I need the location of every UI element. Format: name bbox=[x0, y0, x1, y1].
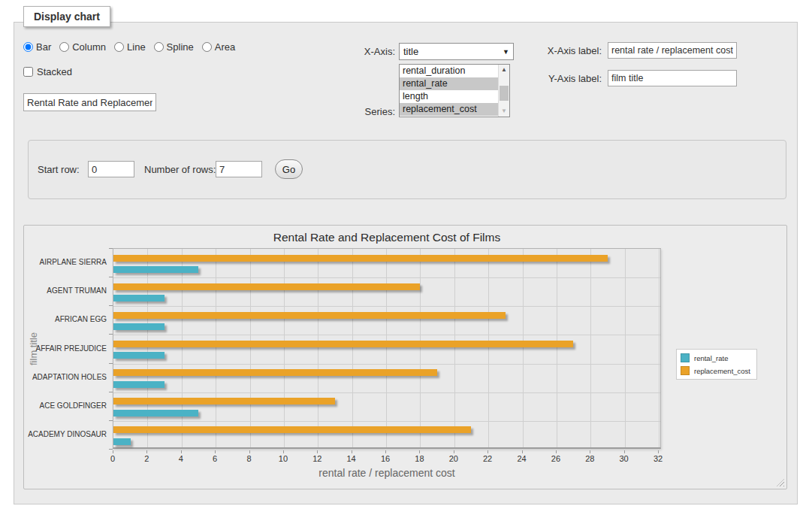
bar-replacement_cost bbox=[113, 341, 573, 347]
x-axis-tick bbox=[556, 450, 557, 453]
radio-label: Area bbox=[215, 41, 235, 53]
series-option-rental-rate[interactable]: rental_rate bbox=[400, 77, 498, 90]
x-axis-tick bbox=[283, 450, 284, 453]
x-tick-label: 2 bbox=[131, 454, 161, 463]
start-row-label: Start row: bbox=[38, 164, 86, 175]
x-tick-label: 32 bbox=[643, 454, 673, 463]
x-axis-tick bbox=[522, 450, 523, 453]
resize-handle-icon[interactable] bbox=[777, 479, 784, 486]
series-option-rental-duration[interactable]: rental_duration bbox=[400, 65, 498, 77]
fieldset-legend: Display chart bbox=[23, 6, 110, 27]
bar-rental_rate bbox=[113, 295, 165, 301]
x-axis-tick bbox=[624, 450, 625, 453]
x-tick-label: 26 bbox=[541, 454, 571, 463]
y-axis-label-input[interactable] bbox=[608, 70, 737, 86]
start-row-input[interactable] bbox=[88, 161, 134, 177]
bar-replacement_cost bbox=[113, 283, 420, 290]
bar-rental_rate bbox=[113, 410, 198, 417]
category-label: ADAPTATION HOLES bbox=[24, 373, 107, 381]
x-tick-label: 30 bbox=[609, 454, 639, 463]
chevron-down-icon: ▼ bbox=[503, 48, 509, 56]
x-tick-label: 16 bbox=[370, 454, 400, 463]
x-axis-tick bbox=[385, 450, 386, 453]
x-tick-label: 8 bbox=[234, 454, 264, 463]
radio-label: Column bbox=[72, 41, 106, 53]
x-tick-label: 14 bbox=[337, 454, 367, 463]
radio-option-bar[interactable]: Bar bbox=[23, 41, 51, 53]
stacked-option[interactable]: Stacked bbox=[23, 66, 72, 77]
y-axis-tick bbox=[109, 305, 113, 306]
bar-rental_rate bbox=[113, 352, 165, 359]
series-list-label: Series: bbox=[328, 106, 395, 117]
grid-line-x bbox=[590, 249, 591, 447]
radio-label: Bar bbox=[36, 41, 51, 53]
x-axis-select[interactable]: title ▼ bbox=[399, 43, 514, 60]
category-label: AIRPLANE SIERRA bbox=[24, 258, 107, 266]
category-label: AGENT TRUMAN bbox=[24, 286, 107, 295]
x-axis-tick bbox=[215, 450, 216, 453]
y-axis-tick bbox=[109, 334, 113, 335]
spline-radio[interactable] bbox=[154, 42, 164, 52]
bar-rental_rate bbox=[113, 438, 131, 445]
x-tick-label: 22 bbox=[472, 454, 503, 463]
x-tick-label: 20 bbox=[439, 454, 469, 463]
bar-rental_rate bbox=[113, 323, 165, 330]
radio-option-area[interactable]: Area bbox=[202, 41, 235, 53]
grid-line-x bbox=[523, 249, 524, 447]
series-option-replacement-cost[interactable]: replacement_cost bbox=[400, 103, 498, 116]
grid-line-x bbox=[386, 249, 387, 447]
radio-option-line[interactable]: Line bbox=[114, 41, 146, 53]
y-axis-tick bbox=[109, 420, 113, 421]
y-axis-tick bbox=[109, 449, 113, 450]
scrollbar-thumb[interactable] bbox=[500, 86, 509, 101]
x-axis-label-input[interactable] bbox=[608, 42, 737, 59]
grid-line-x bbox=[318, 249, 318, 447]
x-tick-label: 28 bbox=[575, 454, 605, 463]
row-range-panel: Start row: Number of rows: Go bbox=[28, 140, 786, 199]
grid-line-x bbox=[454, 249, 455, 447]
y-axis-tick bbox=[109, 363, 113, 364]
grid-line-y bbox=[113, 277, 660, 278]
scroll-up-icon[interactable]: ▲ bbox=[499, 65, 509, 75]
x-axis-tick bbox=[419, 450, 420, 453]
x-axis-tick bbox=[454, 450, 454, 453]
x-axis-tick bbox=[113, 450, 113, 453]
number-of-rows-input[interactable] bbox=[216, 161, 262, 177]
y-axis-label-label: Y-Axis label: bbox=[513, 73, 602, 84]
legend-item: rental_rate bbox=[681, 353, 750, 362]
radio-option-column[interactable]: Column bbox=[59, 41, 106, 53]
line-radio[interactable] bbox=[114, 42, 124, 52]
radio-option-spline[interactable]: Spline bbox=[154, 41, 194, 53]
grid-line-x bbox=[659, 249, 660, 447]
grid-line-x bbox=[182, 249, 183, 447]
column-radio[interactable] bbox=[59, 42, 69, 52]
number-of-rows-label: Number of rows: bbox=[144, 164, 219, 175]
chart-canvas: Rental Rate and Replacement Cost of Film… bbox=[23, 225, 787, 489]
grid-line-y bbox=[113, 421, 660, 422]
bar-replacement_cost bbox=[113, 312, 506, 319]
area-radio[interactable] bbox=[202, 42, 212, 52]
x-axis-tick bbox=[249, 450, 250, 453]
series-option-length[interactable]: length bbox=[400, 90, 498, 103]
series-multiselect[interactable]: rental_duration rental_rate length repla… bbox=[399, 64, 510, 117]
legend-swatch bbox=[681, 366, 690, 375]
scrollbar[interactable]: ▲ ▼ bbox=[498, 65, 509, 117]
legend-swatch bbox=[681, 353, 690, 362]
bar-radio[interactable] bbox=[23, 42, 33, 52]
grid-line-x bbox=[488, 249, 489, 447]
chart-title-input[interactable] bbox=[23, 93, 156, 111]
scroll-down-icon[interactable]: ▼ bbox=[499, 106, 509, 117]
radio-label: Line bbox=[127, 41, 146, 53]
grid-line-x bbox=[216, 249, 216, 447]
x-tick-label: 12 bbox=[302, 454, 332, 463]
legend-item: replacement_cost bbox=[681, 366, 750, 375]
radio-label: Spline bbox=[167, 41, 194, 53]
go-button[interactable]: Go bbox=[275, 159, 303, 179]
grid-line-x bbox=[420, 249, 421, 447]
category-label: AFRICAN EGG bbox=[24, 315, 107, 323]
plot-area bbox=[113, 248, 661, 449]
bar-replacement_cost bbox=[113, 398, 335, 404]
stacked-checkbox[interactable] bbox=[23, 67, 33, 77]
bar-replacement_cost bbox=[113, 255, 608, 262]
x-tick-label: 0 bbox=[98, 454, 128, 463]
